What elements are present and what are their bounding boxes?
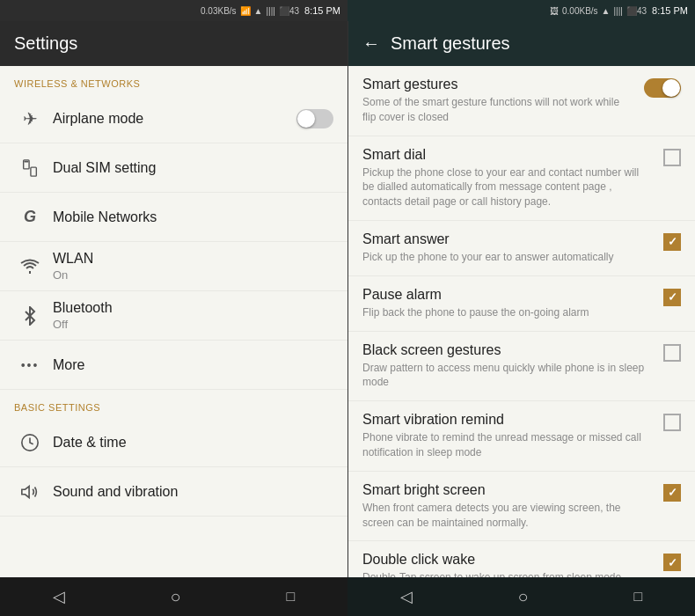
right-status-bar: 🖼 0.00KB/s ▲ |||| ⬛43 8:15 PM: [348, 0, 695, 21]
date-time-title: Date & time: [53, 435, 333, 451]
smart-bright-checkbox[interactable]: [663, 484, 681, 502]
mobile-networks-icon: G: [14, 208, 46, 226]
right-bottom-nav: ◁ ○ □: [348, 577, 695, 616]
double-click-checkbox[interactable]: [663, 554, 681, 571]
smart-gestures-toggle[interactable]: [644, 78, 681, 98]
smart-gestures-item-title: Smart gestures: [362, 77, 633, 92]
smart-answer-item[interactable]: Smart answer Pick up the phone to your e…: [348, 221, 695, 276]
svg-rect-2: [25, 160, 29, 162]
smart-vibration-title: Smart vibration remind: [362, 412, 653, 428]
smart-answer-title: Smart answer: [362, 231, 653, 247]
right-wifi-icon: ▲: [602, 6, 611, 16]
mobile-networks-item[interactable]: G Mobile Networks: [0, 193, 348, 242]
black-screen-item[interactable]: Black screen gestures Draw pattern to ac…: [348, 332, 695, 402]
sound-title: Sound and vibration: [53, 484, 333, 500]
airplane-mode-item[interactable]: ✈ Airplane mode: [0, 94, 348, 143]
pause-alarm-item[interactable]: Pause alarm Flip back the phone to pause…: [348, 276, 695, 332]
smart-bright-desc: When front camera detects you are viewin…: [362, 501, 653, 531]
bluetooth-title: Bluetooth: [53, 300, 333, 316]
bluetooth-item[interactable]: Bluetooth Off: [0, 291, 348, 341]
left-battery: ⬛43: [279, 6, 299, 16]
left-speed: 0.03KB/s: [201, 6, 237, 16]
wlan-title: WLAN: [53, 251, 333, 267]
airplane-mode-title: Airplane mode: [53, 111, 296, 127]
left-home-button[interactable]: ○: [153, 580, 199, 614]
settings-title: Settings: [14, 33, 77, 53]
wlan-subtitle: On: [53, 268, 333, 282]
smart-gestures-item[interactable]: Smart gestures Some of the smart gesture…: [348, 66, 695, 136]
svg-marker-4: [22, 486, 29, 497]
left-bottom-nav: ◁ ○ □: [0, 577, 348, 616]
double-click-desc: Double-Tap screen to wake up screen from…: [362, 570, 653, 577]
smart-gestures-item-desc: Some of the smart gesture functions will…: [362, 95, 633, 125]
mobile-networks-title: Mobile Networks: [53, 209, 333, 225]
bluetooth-icon: [14, 306, 46, 326]
black-screen-checkbox[interactable]: [663, 344, 681, 362]
left-wifi-icon: ▲: [254, 6, 263, 16]
right-signal-bars: ||||: [614, 6, 623, 16]
more-item[interactable]: ••• More: [0, 341, 348, 390]
right-speed: 0.00KB/s: [562, 6, 598, 16]
right-battery: ⬛43: [626, 6, 647, 16]
date-time-item[interactable]: Date & time: [0, 418, 348, 467]
smart-dial-item[interactable]: Smart dial Pickup the phone close to you…: [348, 136, 695, 221]
left-signal-bars: ||||: [267, 6, 275, 16]
left-back-button[interactable]: ◁: [35, 580, 83, 613]
pause-alarm-title: Pause alarm: [362, 287, 653, 303]
smart-bright-item[interactable]: Smart bright screen When front camera de…: [348, 472, 695, 542]
smart-vibration-item[interactable]: Smart vibration remind Phone vibrate to …: [348, 401, 695, 472]
dual-sim-title: Dual SIM setting: [53, 160, 333, 176]
double-click-item[interactable]: Double click wake Double-Tap screen to w…: [348, 541, 695, 577]
right-home-button[interactable]: ○: [501, 580, 546, 614]
smart-gestures-title: Smart gestures: [391, 33, 510, 54]
airplane-icon: ✈: [14, 108, 46, 129]
left-status-bar: 0.03KB/s 📶 ▲ |||| ⬛43 8:15 PM: [0, 0, 348, 21]
wlan-item[interactable]: WLAN On: [0, 242, 348, 291]
wlan-icon: [14, 259, 46, 275]
black-screen-desc: Draw pattern to access menu quickly whil…: [362, 361, 653, 391]
settings-list: WIRELESS & NETWORKS ✈ Airplane mode: [0, 66, 348, 577]
more-title: More: [53, 357, 333, 373]
sound-icon: [14, 482, 46, 502]
right-recent-button[interactable]: □: [616, 582, 660, 612]
smart-bright-title: Smart bright screen: [362, 482, 653, 498]
smart-dial-checkbox[interactable]: [663, 149, 681, 166]
pause-alarm-checkbox[interactable]: [663, 289, 681, 306]
wireless-section-label: WIRELESS & NETWORKS: [0, 66, 348, 94]
date-time-icon: [14, 433, 46, 452]
left-recent-button[interactable]: □: [268, 582, 312, 612]
basic-settings-label: BASIC SETTINGS: [0, 390, 348, 418]
right-header: ← Smart gestures: [348, 21, 695, 66]
airplane-toggle[interactable]: [296, 109, 333, 128]
left-header: Settings: [0, 21, 348, 66]
more-icon: •••: [14, 358, 46, 372]
gestures-list: Smart gestures Some of the smart gesture…: [348, 66, 695, 577]
bluetooth-subtitle: Off: [53, 318, 333, 331]
black-screen-title: Black screen gestures: [362, 342, 653, 358]
smart-dial-desc: Pickup the phone close to your ear and c…: [362, 165, 653, 209]
sound-item[interactable]: Sound and vibration: [0, 467, 348, 517]
smart-vibration-desc: Phone vibrate to remind the unread messa…: [362, 430, 653, 460]
dual-sim-icon: [14, 158, 46, 178]
right-img-icon: 🖼: [550, 6, 559, 16]
smart-answer-checkbox[interactable]: [663, 233, 681, 251]
right-time: 8:15 PM: [652, 5, 688, 16]
smart-answer-desc: Pick up the phone to your ear to answer …: [362, 250, 653, 265]
double-click-title: Double click wake: [362, 552, 653, 568]
dual-sim-item[interactable]: Dual SIM setting: [0, 143, 348, 193]
smart-vibration-checkbox[interactable]: [663, 414, 681, 431]
back-button[interactable]: ←: [362, 33, 380, 54]
right-back-button[interactable]: ◁: [383, 580, 430, 613]
smart-dial-title: Smart dial: [362, 147, 653, 163]
pause-alarm-desc: Flip back the phone to pause the on-goin…: [362, 305, 653, 320]
left-time: 8:15 PM: [304, 5, 340, 16]
svg-rect-1: [31, 167, 36, 176]
left-signal-icon: 📶: [240, 6, 251, 16]
